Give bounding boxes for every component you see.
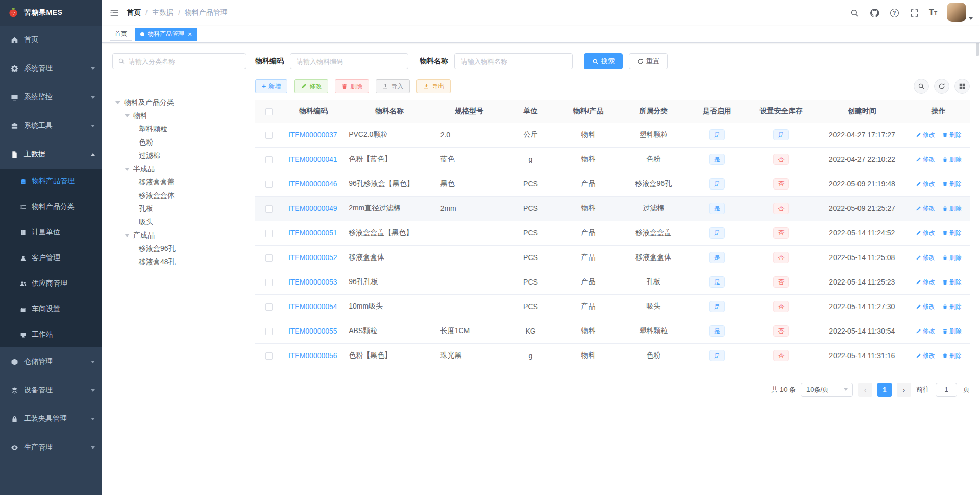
delete-row-button[interactable]: 删除 [942, 180, 962, 188]
caret-down-icon[interactable] [125, 114, 130, 117]
tree-node-group[interactable]: 物料 [112, 109, 246, 123]
sidebar-item-material-product-category[interactable]: 物料产品分类 [0, 194, 102, 220]
table-row[interactable]: ITEM00000055 ABS颗粒 长度1CM KG 物料 塑料颗粒 是 否 … [255, 319, 970, 343]
sidebar-item-supplier-mgmt[interactable]: 供应商管理 [0, 271, 102, 296]
edit-button[interactable]: 修改 [294, 79, 328, 93]
tree-node-leaf[interactable]: 移液盒盒盖 [112, 176, 246, 189]
delete-row-button[interactable]: 删除 [942, 155, 962, 164]
close-icon[interactable]: × [188, 31, 192, 38]
user-menu[interactable] [947, 3, 973, 23]
reset-button[interactable]: 重置 [629, 53, 668, 69]
search-icon[interactable] [849, 8, 860, 18]
edit-row-button[interactable]: 修改 [916, 278, 935, 287]
material-name-input[interactable] [454, 53, 573, 69]
sidebar-item-home[interactable]: 首页 [0, 26, 102, 54]
toggle-search-button[interactable] [914, 79, 929, 94]
delete-row-button[interactable]: 删除 [942, 351, 962, 360]
row-checkbox[interactable] [265, 303, 273, 311]
page-size-select[interactable]: 10条/页 [801, 383, 853, 397]
delete-row-button[interactable]: 删除 [942, 327, 962, 336]
edit-row-button[interactable]: 修改 [916, 327, 935, 336]
caret-down-icon[interactable] [125, 168, 130, 171]
row-checkbox[interactable] [265, 328, 273, 335]
tree-node-leaf[interactable]: 吸头 [112, 216, 246, 229]
row-checkbox[interactable] [265, 156, 273, 163]
material-code-link[interactable]: ITEM00000037 [288, 131, 337, 139]
search-button[interactable]: 搜索 [584, 53, 623, 69]
material-code-link[interactable]: ITEM00000054 [288, 302, 337, 311]
fullscreen-icon[interactable] [909, 8, 919, 18]
category-search-input[interactable] [129, 58, 240, 65]
delete-button[interactable]: 删除 [335, 79, 369, 93]
row-checkbox[interactable] [265, 181, 273, 188]
edit-row-button[interactable]: 修改 [916, 131, 935, 139]
table-row[interactable]: ITEM00000049 2mm直径过滤棉 2mm PCS 物料 过滤棉 是 否… [255, 196, 970, 221]
column-header-unit[interactable]: 单位 [503, 100, 558, 123]
page-number-button[interactable]: 1 [877, 383, 892, 397]
next-page-button[interactable]: › [897, 383, 911, 397]
tree-node-leaf[interactable]: 移液盒48孔 [112, 255, 246, 269]
tree-node-leaf[interactable]: 塑料颗粒 [112, 123, 246, 136]
select-all-checkbox[interactable] [265, 108, 273, 115]
help-icon[interactable]: ? [889, 8, 899, 18]
export-button[interactable]: 导出 [416, 79, 451, 93]
column-header-spec[interactable]: 规格型号 [435, 100, 503, 123]
row-checkbox[interactable] [265, 254, 273, 262]
tree-node-leaf[interactable]: 移液盒96孔 [112, 242, 246, 255]
material-code-link[interactable]: ITEM00000055 [288, 327, 337, 335]
edit-row-button[interactable]: 修改 [916, 302, 935, 311]
edit-row-button[interactable]: 修改 [916, 351, 935, 360]
delete-row-button[interactable]: 删除 [942, 229, 962, 238]
table-row[interactable]: ITEM00000056 色粉【黑色】 珠光黑 g 物料 色粉 是 否 2022… [255, 343, 970, 368]
refresh-button[interactable] [934, 79, 949, 94]
row-checkbox[interactable] [265, 230, 273, 237]
tree-node-leaf[interactable]: 孔板 [112, 202, 246, 216]
row-checkbox[interactable] [265, 352, 273, 360]
tree-node-root[interactable]: 物料及产品分类 [112, 96, 246, 109]
material-code-link[interactable]: ITEM00000041 [288, 155, 337, 163]
material-code-link[interactable]: ITEM00000046 [288, 180, 337, 188]
tree-node-group[interactable]: 产成品 [112, 229, 246, 242]
column-header-category[interactable]: 所属分类 [619, 100, 689, 123]
github-icon[interactable] [869, 8, 879, 18]
avatar[interactable] [947, 3, 966, 22]
sidebar-item-customer-mgmt[interactable]: 客户管理 [0, 245, 102, 271]
edit-row-button[interactable]: 修改 [916, 180, 935, 188]
delete-row-button[interactable]: 删除 [942, 253, 962, 262]
caret-down-icon[interactable] [125, 234, 130, 237]
edit-row-button[interactable]: 修改 [916, 204, 935, 213]
material-code-link[interactable]: ITEM00000052 [288, 253, 337, 262]
table-row[interactable]: ITEM00000051 移液盒盒盖【黑色】 PCS 产品 移液盒盒盖 是 否 … [255, 221, 970, 245]
material-code-input[interactable] [290, 53, 408, 69]
column-header-name[interactable]: 物料名称 [344, 100, 435, 123]
sidebar-item-system-tools[interactable]: 系统工具 [0, 111, 102, 140]
sidebar-item-production-mgmt[interactable]: 生产管理 [0, 433, 102, 462]
edit-row-button[interactable]: 修改 [916, 155, 935, 164]
tree-node-leaf[interactable]: 过滤棉 [112, 149, 246, 162]
hamburger-icon[interactable] [102, 0, 127, 26]
row-checkbox[interactable] [265, 205, 273, 213]
caret-down-icon[interactable] [115, 101, 120, 104]
sidebar-item-fixture-mgmt[interactable]: 工装夹具管理 [0, 405, 102, 433]
sidebar-item-material-product-mgmt[interactable]: 物料产品管理 [0, 169, 102, 194]
sidebar-item-system-monitor[interactable]: 系统监控 [0, 83, 102, 111]
delete-row-button[interactable]: 删除 [942, 278, 962, 287]
goto-page-input[interactable] [936, 383, 957, 397]
sidebar-item-master-data[interactable]: 主数据 [0, 140, 102, 169]
tree-node-leaf[interactable]: 移液盒盒体 [112, 189, 246, 202]
sidebar-item-workshop-settings[interactable]: 车间设置 [0, 296, 102, 322]
sidebar-item-device-mgmt[interactable]: 设备管理 [0, 376, 102, 405]
column-header-safety-stock[interactable]: 设置安全库存 [746, 100, 817, 123]
table-row[interactable]: ITEM00000046 96孔移液盒【黑色】 黑色 PCS 产品 移液盒96孔… [255, 172, 970, 196]
row-checkbox[interactable] [265, 132, 273, 139]
table-row[interactable]: ITEM00000041 色粉【蓝色】 蓝色 g 物料 色粉 是 否 2022-… [255, 147, 970, 172]
table-row[interactable]: ITEM00000037 PVC2.0颗粒 2.0 公斤 物料 塑料颗粒 是 是… [255, 123, 970, 147]
material-code-link[interactable]: ITEM00000053 [288, 278, 337, 286]
sidebar-item-warehouse-mgmt[interactable]: 仓储管理 [0, 347, 102, 376]
column-header-enabled[interactable]: 是否启用 [689, 100, 746, 123]
breadcrumb-home[interactable]: 首页 [127, 8, 141, 17]
font-size-icon[interactable]: TT [929, 8, 937, 17]
sidebar-item-system-mgmt[interactable]: 系统管理 [0, 54, 102, 83]
prev-page-button[interactable]: ‹ [858, 383, 872, 397]
tab-material-product-mgmt[interactable]: 物料产品管理 × [135, 28, 197, 41]
